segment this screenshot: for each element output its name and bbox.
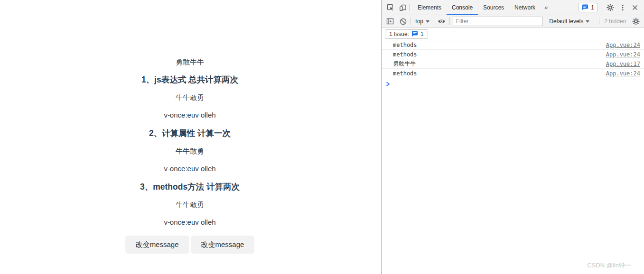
console-source-link[interactable]: App.vue:17 xyxy=(606,61,640,67)
tab-console[interactable]: Console xyxy=(447,0,478,15)
console-settings-gear-icon[interactable] xyxy=(631,16,641,27)
console-message-text: methods xyxy=(393,70,417,77)
prompt-chevron-icon xyxy=(386,82,390,87)
devtools-tabs: Elements Console Sources Network » xyxy=(412,0,551,15)
divider xyxy=(599,18,599,25)
console-row: methods App.vue:24 xyxy=(382,40,644,50)
section-3-line2: v-once:euv olleh xyxy=(0,218,380,227)
tab-network[interactable]: Network xyxy=(509,0,541,15)
change-message-button-1[interactable]: 改变message xyxy=(125,236,189,254)
inspect-element-icon[interactable] xyxy=(384,1,397,14)
change-message-button-2[interactable]: 改变message xyxy=(191,236,255,254)
tab-elements[interactable]: Elements xyxy=(412,0,447,15)
issue-label: 1 Issue: xyxy=(389,31,409,37)
issue-count: 1 xyxy=(420,31,424,37)
divider xyxy=(434,18,434,25)
console-source-link[interactable]: App.vue:24 xyxy=(606,51,640,58)
context-selector-dropdown[interactable]: top xyxy=(413,18,432,25)
issues-counter-badge[interactable]: 1 xyxy=(578,3,598,12)
devtools-tabbar: Elements Console Sources Network » 1 xyxy=(382,0,644,15)
section-1-line1: 牛牛敢勇 xyxy=(0,93,380,102)
section-3-heading: 3、methods方法 计算两次 xyxy=(0,182,380,192)
hidden-messages-count[interactable]: 2 hidden xyxy=(601,18,629,25)
chevron-down-icon xyxy=(426,20,429,23)
live-expression-eye-icon[interactable] xyxy=(436,16,448,27)
chevron-down-icon xyxy=(586,20,589,23)
settings-gear-icon[interactable] xyxy=(604,1,616,14)
default-levels-dropdown[interactable]: Default levels xyxy=(547,18,592,25)
section-2-line2: v-once:euv olleh xyxy=(0,164,380,173)
issue-bar: 1 Issue: 1 xyxy=(382,28,644,40)
speech-bubble-icon xyxy=(411,31,418,37)
more-tabs-icon[interactable]: » xyxy=(541,0,551,15)
console-messages: methods App.vue:24 methods App.vue:24 勇敢… xyxy=(382,40,644,90)
console-row: methods App.vue:24 xyxy=(382,69,644,78)
console-toolbar: top Default levels 2 hidden xyxy=(382,15,644,28)
divider xyxy=(411,18,411,25)
section-1-heading: 1、js表达式 总共计算两次 xyxy=(0,75,380,84)
issues-badge-count: 1 xyxy=(591,4,594,11)
app-page: 勇敢牛牛 1、js表达式 总共计算两次 牛牛敢勇 v-once:euv olle… xyxy=(0,0,380,274)
divider xyxy=(409,4,410,11)
console-message-text: 勇敢牛牛 xyxy=(393,60,416,68)
devtools-panel: Elements Console Sources Network » 1 xyxy=(381,0,644,274)
console-source-link[interactable]: App.vue:24 xyxy=(606,70,640,77)
console-message-text: methods xyxy=(393,42,417,48)
section-3-line1: 牛牛敢勇 xyxy=(0,201,380,209)
close-icon[interactable] xyxy=(629,1,641,14)
device-toolbar-icon[interactable] xyxy=(397,1,409,14)
console-source-link[interactable]: App.vue:24 xyxy=(606,42,640,48)
speech-bubble-icon xyxy=(582,4,588,10)
section-1-line2: v-once:euv olleh xyxy=(0,111,380,119)
context-selector-label: top xyxy=(415,18,423,25)
divider xyxy=(594,18,594,25)
console-row: 勇敢牛牛 App.vue:17 xyxy=(382,59,644,69)
section-2-heading: 2、计算属性 计算一次 xyxy=(0,128,380,138)
button-row: 改变message 改变message xyxy=(0,236,380,254)
console-row: methods App.vue:24 xyxy=(382,50,644,59)
console-message-text: methods xyxy=(393,51,417,58)
clear-console-icon[interactable] xyxy=(398,16,409,27)
console-prompt[interactable] xyxy=(382,78,644,90)
filter-input[interactable] xyxy=(453,17,543,26)
tab-sources[interactable]: Sources xyxy=(478,0,509,15)
console-sidebar-icon[interactable] xyxy=(384,16,396,27)
page-title: 勇敢牛牛 xyxy=(0,58,380,66)
divider xyxy=(601,4,601,11)
levels-label: Default levels xyxy=(549,18,583,25)
kebab-menu-icon[interactable] xyxy=(616,1,629,14)
section-2-line1: 牛牛敢勇 xyxy=(0,147,380,155)
issue-pill[interactable]: 1 Issue: 1 xyxy=(385,29,428,39)
divider xyxy=(449,18,450,25)
